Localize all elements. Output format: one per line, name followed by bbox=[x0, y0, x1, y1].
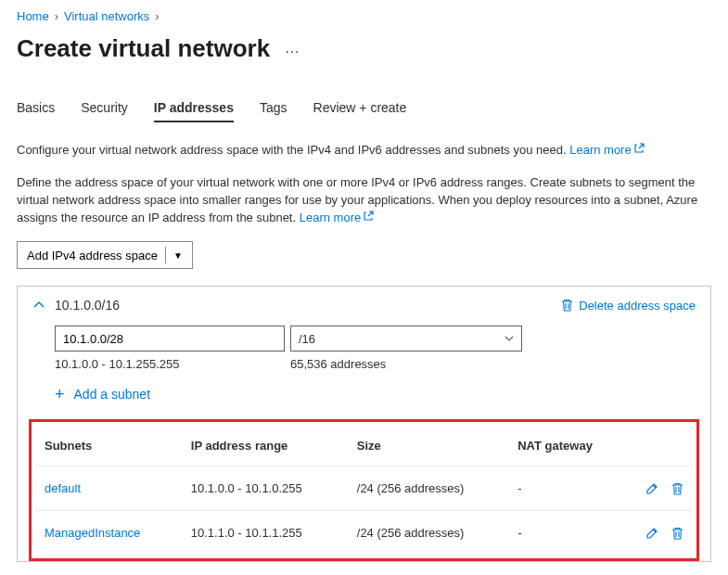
page-title: Create virtual network bbox=[17, 34, 270, 63]
address-space-cidr: 10.1.0.0/16 bbox=[55, 298, 120, 313]
learn-more-link-2[interactable]: Learn more bbox=[300, 211, 374, 224]
external-link-icon bbox=[363, 211, 374, 222]
chevron-down-icon bbox=[504, 334, 514, 343]
subnet-size: /24 (256 addresses) bbox=[348, 466, 508, 511]
subnet-table-highlight: Subnets IP address range Size NAT gatewa… bbox=[29, 419, 699, 561]
subnet-range: 10.1.1.0 - 10.1.1.255 bbox=[182, 511, 348, 556]
more-icon[interactable]: ⋯ bbox=[285, 43, 300, 60]
address-range-input[interactable] bbox=[55, 326, 285, 351]
col-subnets: Subnets bbox=[35, 426, 182, 466]
subnet-range: 10.1.0.0 - 10.1.0.255 bbox=[182, 466, 348, 511]
table-row: ManagedInstance 10.1.1.0 - 10.1.1.255 /2… bbox=[35, 511, 693, 556]
delete-address-space-button[interactable]: Delete address space bbox=[561, 299, 696, 313]
subnet-table: Subnets IP address range Size NAT gatewa… bbox=[35, 426, 693, 555]
tab-security[interactable]: Security bbox=[81, 95, 128, 122]
intro-text: Configure your virtual network address s… bbox=[17, 142, 703, 160]
divider bbox=[165, 247, 166, 263]
mask-select[interactable]: /16 bbox=[290, 326, 522, 351]
plus-icon: + bbox=[55, 386, 65, 402]
subnet-link[interactable]: default bbox=[45, 481, 81, 495]
col-nat: NAT gateway bbox=[508, 426, 628, 466]
subnet-nat: - bbox=[508, 511, 628, 556]
address-range-text: 10.1.0.0 - 10.1.255.255 bbox=[55, 357, 285, 371]
tab-ip-addresses[interactable]: IP addresses bbox=[154, 95, 234, 122]
chevron-down-icon: ▼ bbox=[173, 250, 183, 261]
trash-icon[interactable] bbox=[671, 527, 683, 540]
col-range: IP address range bbox=[182, 426, 348, 466]
breadcrumb-home[interactable]: Home bbox=[17, 9, 49, 23]
description-text: Define the address space of your virtual… bbox=[17, 174, 703, 227]
trash-icon bbox=[561, 299, 573, 312]
external-link-icon bbox=[633, 143, 645, 154]
learn-more-link[interactable]: Learn more bbox=[569, 143, 644, 157]
tab-tags[interactable]: Tags bbox=[260, 95, 287, 122]
subnet-link[interactable]: ManagedInstance bbox=[45, 526, 140, 540]
chevron-right-icon: › bbox=[155, 9, 159, 23]
table-row: default 10.1.0.0 - 10.1.0.255 /24 (256 a… bbox=[35, 466, 693, 511]
breadcrumb-vnets[interactable]: Virtual networks bbox=[64, 9, 149, 23]
subnet-size: /24 (256 addresses) bbox=[348, 511, 508, 556]
add-address-space-button[interactable]: Add IPv4 address space ▼ bbox=[17, 241, 193, 269]
edit-icon[interactable] bbox=[645, 482, 658, 495]
tabs: Basics Security IP addresses Tags Review… bbox=[17, 95, 711, 123]
subnet-nat: - bbox=[508, 466, 628, 511]
add-subnet-button[interactable]: + Add a subnet bbox=[55, 386, 696, 402]
address-count-text: 65,536 addresses bbox=[290, 357, 522, 371]
edit-icon[interactable] bbox=[645, 527, 658, 540]
breadcrumb: Home › Virtual networks › bbox=[17, 9, 711, 23]
collapse-icon[interactable] bbox=[32, 299, 45, 312]
col-size: Size bbox=[348, 426, 508, 466]
tab-basics[interactable]: Basics bbox=[17, 95, 55, 122]
address-space-panel: 10.1.0.0/16 Delete address space /16 10.… bbox=[17, 286, 711, 562]
trash-icon[interactable] bbox=[671, 482, 683, 495]
chevron-right-icon: › bbox=[55, 9, 58, 23]
tab-review-create[interactable]: Review + create bbox=[313, 95, 407, 122]
